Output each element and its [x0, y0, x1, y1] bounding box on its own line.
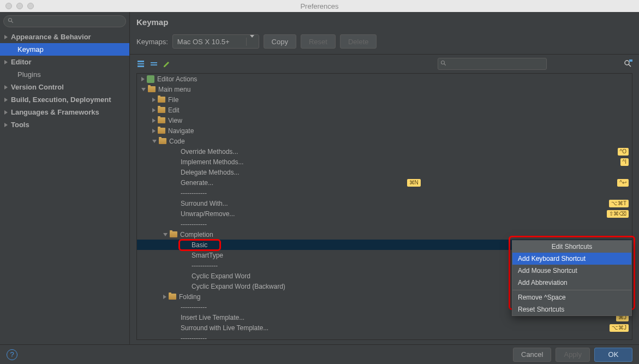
svg-rect-6: [151, 64, 157, 65]
tree-label: Editor Actions: [157, 75, 197, 83]
tree-row[interactable]: Surround with Live Template...⌥⌘J: [137, 323, 632, 333]
tree-row[interactable]: File: [137, 94, 632, 105]
sidebar-search-wrap: [0, 12, 129, 31]
tree-row[interactable]: Editor Actions: [137, 74, 632, 84]
tree-row[interactable]: Delegate Methods...: [137, 167, 632, 177]
tree-label: Insert Live Template...: [181, 314, 244, 321]
chevron-right-icon: [152, 98, 156, 102]
svg-rect-11: [629, 59, 632, 62]
sidebar-search-input[interactable]: [3, 15, 126, 27]
shortcut-badge: ⌥⌘T: [609, 200, 629, 207]
sidebar-item-editor[interactable]: Editor: [0, 56, 129, 68]
tree-row-separator: ------------: [137, 219, 632, 229]
reset-button[interactable]: Reset: [301, 34, 336, 49]
search-icon: [8, 17, 14, 24]
shortcut-badge: ⌘N: [407, 179, 421, 187]
titlebar: Preferences: [0, 0, 639, 12]
tree-label: Navigate: [168, 127, 194, 135]
tree-row[interactable]: Navigate: [137, 126, 632, 136]
shortcut-badge: ⇧⌘⌫: [607, 210, 629, 218]
folder-icon: [169, 294, 176, 300]
tree-row[interactable]: Completion: [137, 229, 632, 240]
ok-button[interactable]: OK: [594, 348, 632, 362]
tree-label: Implement Methods...: [181, 158, 243, 166]
chevron-down-icon: [250, 35, 254, 46]
chevron-right-icon: [141, 77, 145, 81]
sidebar: Appearance & Behavior Keymap Editor Plug…: [0, 12, 130, 344]
folder-icon: [158, 128, 165, 134]
apply-button[interactable]: Apply: [556, 348, 590, 362]
expand-all-icon[interactable]: [136, 59, 145, 68]
tree-label: Completion: [180, 231, 213, 238]
sidebar-item-label: Version Control: [11, 83, 64, 91]
tree-label: Basic: [192, 241, 207, 249]
sidebar-item-label: Appearance & Behavior: [11, 33, 91, 41]
tree-label: File: [168, 96, 178, 104]
tree-label: Code: [169, 138, 185, 145]
svg-line-8: [444, 64, 446, 65]
tree-row[interactable]: Override Methods...^O: [137, 146, 632, 157]
sidebar-item-tools[interactable]: Tools: [0, 118, 129, 131]
tree-search-wrap: [438, 58, 615, 70]
chevron-down-icon: [141, 88, 146, 91]
tree-row[interactable]: Unwrap/Remove...⇧⌘⌫: [137, 208, 632, 219]
svg-point-0: [9, 19, 12, 22]
ctx-add-keyboard-shortcut[interactable]: Add Keyboard Shortcut: [512, 253, 631, 265]
ctx-reset-shortcuts[interactable]: Reset Shortcuts: [512, 303, 631, 315]
delete-button[interactable]: Delete: [340, 34, 377, 49]
folder-icon: [148, 86, 156, 92]
sidebar-item-plugins[interactable]: Plugins: [0, 68, 129, 81]
sidebar-item-label: Languages & Frameworks: [11, 108, 99, 116]
shortcut-badge: ^I: [620, 158, 629, 166]
ctx-remove-shortcut[interactable]: Remove ^Space: [512, 291, 631, 303]
tree-row-separator: ------------: [137, 333, 632, 340]
window-controls: [0, 3, 34, 9]
tree-row[interactable]: Main menu: [137, 84, 632, 94]
tree-label: ------------: [181, 303, 207, 311]
tree-row-separator: ------------: [137, 188, 632, 198]
help-button[interactable]: ?: [7, 349, 17, 360]
ctx-add-mouse-shortcut[interactable]: Add Mouse Shortcut: [512, 265, 631, 277]
chevron-right-icon: [152, 108, 156, 112]
folder-icon: [158, 117, 165, 123]
chevron-down-icon: [163, 233, 168, 236]
find-action-icon[interactable]: [624, 59, 632, 68]
copy-button[interactable]: Copy: [264, 34, 296, 49]
tree-label: Edit: [168, 106, 180, 114]
sidebar-item-languages[interactable]: Languages & Frameworks: [0, 106, 129, 118]
tree-label: ------------: [181, 189, 207, 197]
page-title: Keymap: [130, 12, 639, 29]
tree-label: Main menu: [158, 86, 190, 93]
svg-point-7: [441, 61, 445, 64]
close-window-icon[interactable]: [5, 3, 12, 9]
chevron-down-icon: [152, 140, 157, 143]
tree-label: ------------: [181, 220, 207, 228]
sidebar-item-build[interactable]: Build, Execution, Deployment: [0, 93, 129, 106]
tree-label: View: [168, 117, 182, 124]
folder-icon: [158, 97, 165, 103]
svg-line-1: [11, 21, 13, 23]
chevron-right-icon: [152, 129, 156, 133]
tree-row[interactable]: Edit: [137, 105, 632, 115]
tree-row[interactable]: Implement Methods...^I: [137, 157, 632, 167]
sidebar-item-label: Plugins: [17, 70, 41, 79]
ctx-add-abbreviation[interactable]: Add Abbreviation: [512, 277, 631, 289]
collapse-all-icon[interactable]: [150, 59, 158, 68]
tree-search-input[interactable]: [438, 58, 547, 70]
folder-icon: [170, 231, 177, 237]
tree-label: SmartType: [192, 252, 223, 259]
cancel-button[interactable]: Cancel: [513, 348, 551, 362]
zoom-window-icon[interactable]: [27, 3, 34, 9]
keymaps-dropdown[interactable]: Mac OS X 10.5+: [172, 34, 259, 49]
tree-label: Delegate Methods...: [181, 169, 239, 176]
tree-row[interactable]: Surround With...⌥⌘T: [137, 198, 632, 208]
sidebar-item-keymap[interactable]: Keymap: [0, 43, 129, 56]
minimize-window-icon[interactable]: [16, 3, 23, 9]
tree-row[interactable]: View: [137, 115, 632, 126]
tree-row[interactable]: Generate...⌘N^↩: [137, 177, 632, 188]
search-icon: [440, 60, 447, 67]
sidebar-item-version-control[interactable]: Version Control: [0, 81, 129, 93]
edit-icon[interactable]: [163, 59, 171, 68]
sidebar-item-appearance[interactable]: Appearance & Behavior: [0, 31, 129, 43]
tree-row[interactable]: Code: [137, 136, 632, 146]
